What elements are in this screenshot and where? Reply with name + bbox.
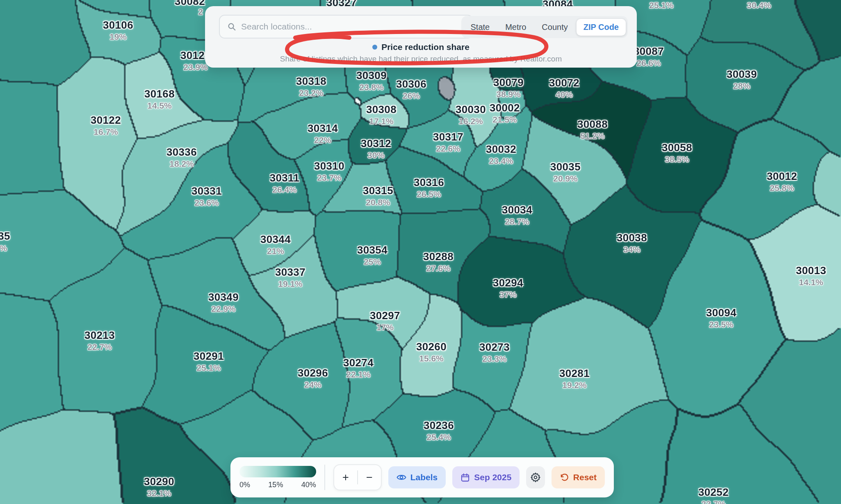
legend-gradient-bar — [239, 466, 316, 477]
reset-button[interactable]: Reset — [552, 466, 605, 488]
calendar-icon — [460, 473, 470, 482]
eye-icon — [397, 472, 406, 482]
tab-metro[interactable]: Metro — [498, 19, 533, 36]
zoom-out-button[interactable]: − — [358, 465, 381, 490]
metric-subtitle: Share of listings which have had their p… — [205, 54, 637, 64]
search-panel: State Metro County ZIP Code Price reduct… — [205, 6, 637, 68]
legend-min: 0% — [239, 481, 250, 489]
date-picker-button[interactable]: Sep 2025 — [452, 466, 520, 488]
tab-county[interactable]: County — [535, 19, 574, 36]
map-app: 3010619%3012216.7%3016814.5%3012623.9%30… — [0, 0, 841, 504]
gear-icon — [530, 472, 541, 483]
choropleth-map[interactable] — [0, 0, 841, 504]
legend-max: 40% — [301, 481, 316, 489]
date-button-label: Sep 2025 — [474, 472, 511, 482]
reset-button-label: Reset — [573, 472, 597, 482]
map-toolbar: 0% 15% 40% + − Labels Sep 2025 — [230, 457, 614, 497]
zoom-in-button[interactable]: + — [334, 465, 357, 490]
tab-zip-code[interactable]: ZIP Code — [577, 19, 626, 36]
search-icon — [227, 22, 236, 31]
tab-state[interactable]: State — [463, 19, 497, 36]
rotate-ccw-icon — [560, 473, 569, 482]
metric-title: Price reduction share — [381, 42, 470, 52]
legend-mid: 15% — [268, 481, 283, 489]
metric-tooltip: Price reduction share Share of listings … — [205, 42, 637, 64]
search-box[interactable] — [219, 15, 473, 39]
color-legend: 0% 15% 40% — [239, 466, 316, 489]
search-input[interactable] — [241, 22, 465, 32]
settings-button[interactable] — [526, 466, 545, 488]
toolbar-divider — [324, 465, 325, 490]
zoom-control: + − — [333, 464, 382, 490]
labels-toggle-button[interactable]: Labels — [388, 466, 446, 488]
metric-dot-icon — [372, 45, 377, 50]
view-level-tabs: State Metro County ZIP Code — [461, 16, 628, 38]
labels-button-label: Labels — [410, 472, 438, 482]
